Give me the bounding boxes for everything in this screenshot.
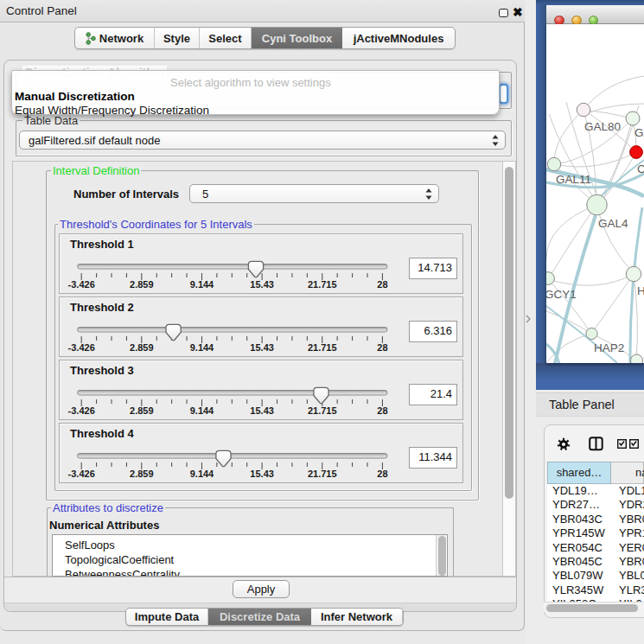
svg-text:15.43: 15.43 [250, 279, 274, 290]
svg-text:-3.426: -3.426 [68, 405, 95, 416]
svg-text:GAL11: GAL11 [556, 173, 591, 186]
svg-text:GAL4: GAL4 [598, 217, 628, 230]
svg-text:15.43: 15.43 [250, 405, 274, 416]
svg-text:21.715: 21.715 [308, 342, 337, 353]
svg-text:2.859: 2.859 [130, 279, 154, 290]
svg-text:21.715: 21.715 [308, 405, 337, 416]
svg-text:28: 28 [377, 279, 387, 290]
svg-text:28: 28 [377, 469, 387, 479]
svg-text:28: 28 [377, 342, 387, 353]
svg-text:2.859: 2.859 [130, 405, 154, 416]
svg-text:9.144: 9.144 [190, 405, 214, 416]
svg-text:-3.426: -3.426 [68, 279, 95, 290]
svg-text:9.144: 9.144 [190, 342, 214, 353]
svg-text:-3.426: -3.426 [68, 469, 95, 479]
svg-text:GAL80: GAL80 [584, 120, 621, 133]
svg-text:GCY1: GCY1 [546, 288, 577, 301]
svg-text:2.859: 2.859 [130, 342, 154, 353]
svg-text:28: 28 [377, 405, 387, 416]
svg-text:C: C [637, 163, 644, 175]
svg-text:-3.426: -3.426 [68, 342, 95, 353]
svg-text:H: H [637, 284, 644, 297]
svg-text:9.144: 9.144 [190, 279, 214, 290]
svg-text:21.715: 21.715 [308, 469, 337, 479]
svg-text:21.715: 21.715 [308, 279, 337, 290]
svg-text:GA: GA [634, 126, 644, 139]
svg-text:2.859: 2.859 [130, 469, 154, 479]
svg-text:15.43: 15.43 [250, 342, 274, 353]
svg-text:15.43: 15.43 [250, 469, 274, 479]
svg-text:9.144: 9.144 [190, 469, 214, 479]
svg-text:HAP2: HAP2 [594, 341, 624, 354]
